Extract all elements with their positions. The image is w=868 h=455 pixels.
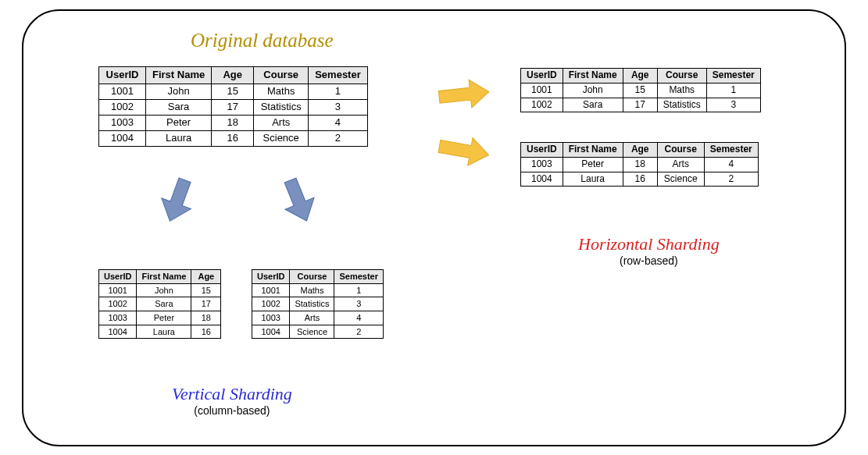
table-row: 1001Maths1 (252, 283, 384, 297)
horizontal-shard-a-table: UserID First Name Age Course Semester 10… (520, 68, 761, 112)
table-row: 1004Laura16Science2 (99, 130, 368, 146)
table-row: 1004Laura16 (99, 325, 221, 339)
horizontal-sharding-subtitle: (row-based) (578, 254, 720, 267)
col-semester: Semester (309, 67, 368, 84)
col-userid: UserID (99, 67, 146, 84)
table-row: 1003Peter18Arts4 (99, 115, 368, 130)
horizontal-sharding-title: Horizontal Sharding (578, 234, 720, 254)
arrow-down-left-icon (152, 176, 202, 226)
horizontal-shard-b-table: UserID First Name Age Course Semester 10… (520, 142, 759, 187)
col-age: Age (212, 67, 254, 84)
table-row: 1001John15Maths1 (99, 84, 368, 99)
table-row: 1003Arts4 (252, 311, 384, 325)
table-row: 1002Sara17Statistics3 (521, 98, 761, 112)
table-row: 1002Statistics3 (252, 297, 384, 311)
table-row: 1003Peter18 (99, 311, 221, 325)
table-row: 1001John15 (99, 283, 221, 297)
vertical-sharding-subtitle: (column-based) (172, 404, 292, 417)
table-row: 1002Sara17 (99, 297, 221, 311)
vertical-shard-a-table: UserID First Name Age 1001John15 1002Sar… (98, 269, 221, 339)
table-row: 1004Science2 (252, 325, 384, 339)
original-table: UserID First Name Age Course Semester 10… (98, 66, 368, 147)
table-row: 1002Sara17Statistics3 (99, 99, 368, 115)
table-row: 1001John15Maths1 (521, 83, 761, 98)
table-row: 1004Laura16Science2 (521, 172, 759, 187)
col-course: Course (254, 67, 309, 84)
table-row: 1003Peter18Arts4 (521, 157, 759, 172)
col-firstname: First Name (146, 67, 212, 84)
arrow-right-up-icon (436, 76, 492, 112)
vertical-shard-b-table: UserID Course Semester 1001Maths1 1002St… (252, 269, 384, 339)
vertical-sharding-title: Vertical Sharding (172, 384, 292, 404)
vertical-sharding-label: Vertical Sharding (column-based) (172, 384, 292, 417)
original-database-title: Original database (191, 30, 334, 52)
arrow-right-down-icon (436, 133, 492, 169)
arrow-down-right-icon (273, 176, 323, 226)
horizontal-sharding-label: Horizontal Sharding (row-based) (578, 234, 720, 267)
